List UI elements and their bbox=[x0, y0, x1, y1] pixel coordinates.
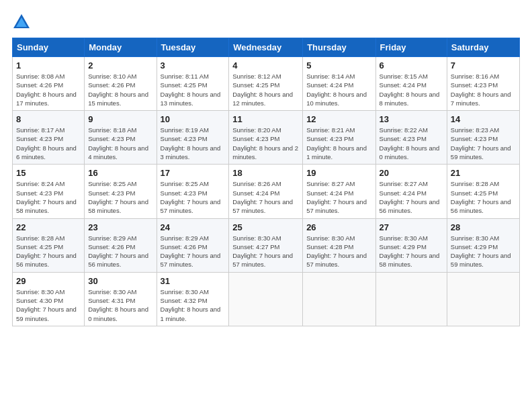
week-row-4: 22Sunrise: 8:28 AMSunset: 4:25 PMDayligh… bbox=[13, 218, 520, 272]
day-number: 10 bbox=[161, 114, 226, 124]
day-info: Sunrise: 8:21 AMSunset: 4:23 PMDaylight:… bbox=[306, 126, 371, 161]
weekday-header-wednesday: Wednesday bbox=[229, 38, 303, 57]
day-info: Sunrise: 8:12 AMSunset: 4:25 PMDaylight:… bbox=[232, 72, 299, 107]
weekday-header-tuesday: Tuesday bbox=[157, 38, 229, 57]
day-number: 3 bbox=[161, 60, 226, 71]
day-number: 22 bbox=[16, 222, 81, 232]
day-number: 18 bbox=[232, 168, 299, 178]
day-cell: 2Sunrise: 8:10 AMSunset: 4:26 PMDaylight… bbox=[85, 57, 157, 111]
day-cell: 4Sunrise: 8:12 AMSunset: 4:25 PMDaylight… bbox=[229, 57, 303, 111]
logo bbox=[12, 12, 35, 31]
week-row-5: 29Sunrise: 8:30 AMSunset: 4:30 PMDayligh… bbox=[13, 272, 520, 326]
day-cell: 24Sunrise: 8:29 AMSunset: 4:26 PMDayligh… bbox=[157, 218, 229, 272]
day-info: Sunrise: 8:15 AMSunset: 4:24 PMDaylight:… bbox=[380, 72, 443, 107]
day-info: Sunrise: 8:23 AMSunset: 4:23 PMDaylight:… bbox=[451, 126, 516, 161]
day-number: 15 bbox=[16, 168, 81, 178]
day-cell: 19Sunrise: 8:27 AMSunset: 4:24 PMDayligh… bbox=[303, 165, 375, 218]
day-info: Sunrise: 8:24 AMSunset: 4:23 PMDaylight:… bbox=[16, 179, 81, 215]
day-info: Sunrise: 8:22 AMSunset: 4:23 PMDaylight:… bbox=[380, 126, 443, 161]
day-info: Sunrise: 8:10 AMSunset: 4:26 PMDaylight:… bbox=[88, 72, 152, 107]
day-info: Sunrise: 8:27 AMSunset: 4:24 PMDaylight:… bbox=[380, 179, 443, 215]
day-info: Sunrise: 8:19 AMSunset: 4:23 PMDaylight:… bbox=[161, 126, 226, 161]
day-cell: 30Sunrise: 8:30 AMSunset: 4:31 PMDayligh… bbox=[85, 272, 157, 326]
day-cell: 29Sunrise: 8:30 AMSunset: 4:30 PMDayligh… bbox=[13, 272, 85, 326]
day-info: Sunrise: 8:20 AMSunset: 4:23 PMDaylight:… bbox=[232, 126, 299, 161]
day-number: 21 bbox=[451, 168, 516, 178]
day-cell: 9Sunrise: 8:18 AMSunset: 4:23 PMDaylight… bbox=[85, 111, 157, 165]
weekday-header-sunday: Sunday bbox=[13, 38, 85, 57]
day-number: 5 bbox=[306, 60, 371, 71]
day-number: 6 bbox=[380, 60, 443, 71]
day-cell: 3Sunrise: 8:11 AMSunset: 4:25 PMDaylight… bbox=[157, 57, 229, 111]
day-number: 4 bbox=[232, 60, 299, 71]
day-cell: 10Sunrise: 8:19 AMSunset: 4:23 PMDayligh… bbox=[157, 111, 229, 165]
day-number: 13 bbox=[380, 114, 443, 124]
day-info: Sunrise: 8:25 AMSunset: 4:23 PMDaylight:… bbox=[88, 179, 152, 215]
day-number: 7 bbox=[451, 60, 516, 71]
day-cell: 13Sunrise: 8:22 AMSunset: 4:23 PMDayligh… bbox=[375, 111, 447, 165]
day-info: Sunrise: 8:16 AMSunset: 4:23 PMDaylight:… bbox=[451, 72, 516, 107]
weekday-header-saturday: Saturday bbox=[447, 38, 519, 57]
day-info: Sunrise: 8:28 AMSunset: 4:25 PMDaylight:… bbox=[16, 234, 81, 269]
day-info: Sunrise: 8:30 AMSunset: 4:30 PMDaylight:… bbox=[16, 287, 81, 323]
day-number: 30 bbox=[88, 276, 152, 286]
day-info: Sunrise: 8:30 AMSunset: 4:29 PMDaylight:… bbox=[451, 234, 516, 269]
day-cell: 16Sunrise: 8:25 AMSunset: 4:23 PMDayligh… bbox=[85, 165, 157, 218]
week-row-3: 15Sunrise: 8:24 AMSunset: 4:23 PMDayligh… bbox=[13, 165, 520, 218]
day-info: Sunrise: 8:17 AMSunset: 4:23 PMDaylight:… bbox=[16, 126, 81, 161]
day-info: Sunrise: 8:14 AMSunset: 4:24 PMDaylight:… bbox=[306, 72, 371, 107]
day-number: 26 bbox=[306, 222, 371, 232]
day-cell: 5Sunrise: 8:14 AMSunset: 4:24 PMDaylight… bbox=[303, 57, 375, 111]
day-info: Sunrise: 8:30 AMSunset: 4:27 PMDaylight:… bbox=[232, 234, 299, 269]
day-info: Sunrise: 8:30 AMSunset: 4:28 PMDaylight:… bbox=[306, 234, 371, 269]
calendar: SundayMondayTuesdayWednesdayThursdayFrid… bbox=[12, 38, 520, 326]
day-number: 8 bbox=[16, 114, 81, 124]
day-cell bbox=[447, 272, 519, 326]
day-cell: 6Sunrise: 8:15 AMSunset: 4:24 PMDaylight… bbox=[375, 57, 447, 111]
day-info: Sunrise: 8:28 AMSunset: 4:25 PMDaylight:… bbox=[451, 179, 516, 215]
day-number: 23 bbox=[88, 222, 152, 232]
day-cell: 27Sunrise: 8:30 AMSunset: 4:29 PMDayligh… bbox=[375, 218, 447, 272]
day-cell: 31Sunrise: 8:30 AMSunset: 4:32 PMDayligh… bbox=[157, 272, 229, 326]
day-info: Sunrise: 8:30 AMSunset: 4:29 PMDaylight:… bbox=[380, 234, 443, 269]
day-number: 14 bbox=[451, 114, 516, 124]
day-cell: 26Sunrise: 8:30 AMSunset: 4:28 PMDayligh… bbox=[303, 218, 375, 272]
day-info: Sunrise: 8:27 AMSunset: 4:24 PMDaylight:… bbox=[306, 179, 371, 215]
day-cell: 15Sunrise: 8:24 AMSunset: 4:23 PMDayligh… bbox=[13, 165, 85, 218]
weekday-header-monday: Monday bbox=[85, 38, 157, 57]
day-info: Sunrise: 8:30 AMSunset: 4:32 PMDaylight:… bbox=[161, 287, 226, 323]
day-number: 1 bbox=[16, 60, 81, 71]
day-cell bbox=[303, 272, 375, 326]
day-cell: 8Sunrise: 8:17 AMSunset: 4:23 PMDaylight… bbox=[13, 111, 85, 165]
day-cell: 1Sunrise: 8:08 AMSunset: 4:26 PMDaylight… bbox=[13, 57, 85, 111]
logo-icon bbox=[12, 12, 31, 31]
day-number: 11 bbox=[232, 114, 299, 124]
day-number: 29 bbox=[16, 276, 81, 286]
header bbox=[12, 12, 520, 31]
day-number: 9 bbox=[88, 114, 152, 124]
day-cell bbox=[375, 272, 447, 326]
day-cell: 18Sunrise: 8:26 AMSunset: 4:24 PMDayligh… bbox=[229, 165, 303, 218]
day-number: 12 bbox=[306, 114, 371, 124]
week-row-1: 1Sunrise: 8:08 AMSunset: 4:26 PMDaylight… bbox=[13, 57, 520, 111]
day-cell: 23Sunrise: 8:29 AMSunset: 4:26 PMDayligh… bbox=[85, 218, 157, 272]
day-cell: 21Sunrise: 8:28 AMSunset: 4:25 PMDayligh… bbox=[447, 165, 519, 218]
day-cell: 14Sunrise: 8:23 AMSunset: 4:23 PMDayligh… bbox=[447, 111, 519, 165]
day-number: 19 bbox=[306, 168, 371, 178]
day-info: Sunrise: 8:08 AMSunset: 4:26 PMDaylight:… bbox=[16, 72, 81, 107]
weekday-header-thursday: Thursday bbox=[303, 38, 375, 57]
day-number: 17 bbox=[161, 168, 226, 178]
day-cell bbox=[229, 272, 303, 326]
day-cell: 22Sunrise: 8:28 AMSunset: 4:25 PMDayligh… bbox=[13, 218, 85, 272]
day-info: Sunrise: 8:18 AMSunset: 4:23 PMDaylight:… bbox=[88, 126, 152, 161]
weekday-header-row: SundayMondayTuesdayWednesdayThursdayFrid… bbox=[13, 38, 520, 57]
page: SundayMondayTuesdayWednesdayThursdayFrid… bbox=[0, 0, 532, 411]
week-row-2: 8Sunrise: 8:17 AMSunset: 4:23 PMDaylight… bbox=[13, 111, 520, 165]
day-number: 28 bbox=[451, 222, 516, 232]
day-info: Sunrise: 8:29 AMSunset: 4:26 PMDaylight:… bbox=[88, 234, 152, 269]
day-cell: 28Sunrise: 8:30 AMSunset: 4:29 PMDayligh… bbox=[447, 218, 519, 272]
day-number: 24 bbox=[161, 222, 226, 232]
day-info: Sunrise: 8:25 AMSunset: 4:23 PMDaylight:… bbox=[161, 179, 226, 215]
day-number: 31 bbox=[161, 276, 226, 286]
weekday-header-friday: Friday bbox=[375, 38, 447, 57]
